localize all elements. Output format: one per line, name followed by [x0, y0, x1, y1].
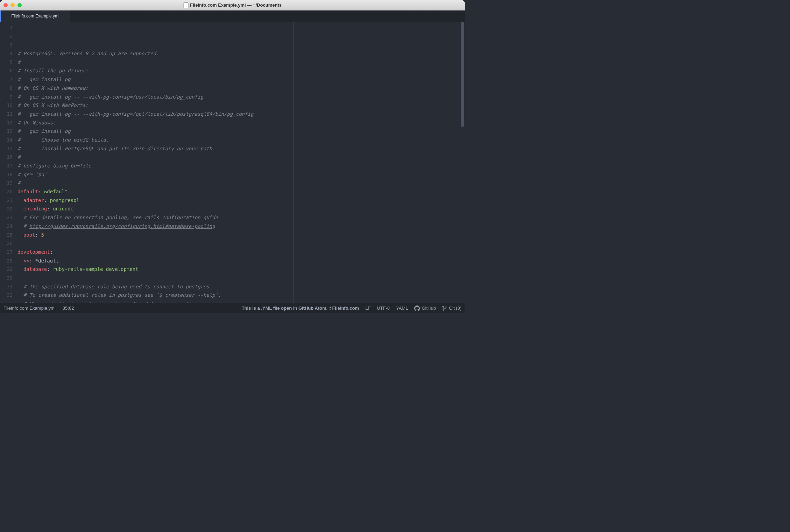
line-number: 16: [0, 153, 13, 161]
code-line[interactable]: # On OS X with MacPorts:: [15, 101, 465, 110]
line-number: 30: [0, 274, 13, 282]
status-encoding[interactable]: UTF-8: [377, 305, 390, 311]
code-line[interactable]: # gem install pg -- --with-pg-config=/op…: [15, 110, 465, 118]
line-number: 20: [0, 187, 13, 196]
line-number: 29: [0, 265, 13, 274]
code-line[interactable]: # Install the pg driver:: [15, 66, 465, 75]
window-title-text: FileInfo.com Example.yml — ~/Documents: [190, 2, 282, 8]
code-line[interactable]: # On Windows:: [15, 118, 465, 127]
window-controls: [3, 3, 22, 7]
code-line[interactable]: encoding: unicode: [15, 204, 465, 213]
code-line[interactable]: # Choose the win32 build.: [15, 136, 465, 144]
line-number: 10: [0, 101, 13, 110]
code-line[interactable]: # The specified database role being used…: [15, 282, 465, 291]
line-number: 27: [0, 248, 13, 257]
status-git-label: Git (0): [449, 305, 461, 311]
code-line[interactable]: default: &default: [15, 187, 465, 196]
line-number: 31: [0, 282, 13, 291]
code-line[interactable]: # For details on connection pooling, see…: [15, 213, 465, 222]
code-line[interactable]: #: [15, 153, 465, 161]
line-number: 7: [0, 75, 13, 84]
line-number: 25: [0, 231, 13, 239]
tab-bar-empty[interactable]: [70, 10, 465, 22]
code-line[interactable]: # Install PostgreSQL and put its /bin di…: [15, 144, 465, 153]
code-line[interactable]: development:: [15, 248, 465, 257]
line-number: 6: [0, 66, 13, 75]
scrollbar-track[interactable]: [461, 22, 464, 303]
code-line[interactable]: # Configure Using Gemfile: [15, 161, 465, 170]
line-gutter: 1234567891011121314151617181920212223242…: [0, 22, 15, 303]
code-line[interactable]: #: [15, 179, 465, 187]
status-message: This is a .YML file open in GitHub Atom.…: [242, 305, 359, 311]
code-line[interactable]: pool: 5: [15, 231, 465, 239]
tab-label: FileInfo.com Example.yml: [11, 14, 59, 19]
line-number: 9: [0, 93, 13, 101]
scrollbar-thumb[interactable]: [461, 22, 464, 127]
line-number: 22: [0, 204, 13, 213]
github-icon: [414, 305, 420, 311]
status-cursor-position[interactable]: 85:62: [63, 305, 74, 311]
minimize-window-button[interactable]: [10, 3, 15, 7]
code-line[interactable]: [15, 239, 465, 248]
code-line[interactable]: [15, 274, 465, 282]
code-line[interactable]: # gem install pg -- --with-pg-config=/us…: [15, 93, 465, 101]
tab-bar: FileInfo.com Example.yml: [0, 10, 465, 22]
svg-point-0: [443, 306, 444, 307]
line-number: 5: [0, 58, 13, 67]
code-line[interactable]: <<: *default: [15, 257, 465, 265]
editor[interactable]: 1234567891011121314151617181920212223242…: [0, 22, 465, 303]
line-number: 11: [0, 110, 13, 118]
line-number: 8: [0, 84, 13, 93]
file-icon: [183, 2, 188, 8]
code-line[interactable]: # gem install pg: [15, 127, 465, 136]
line-number: 26: [0, 239, 13, 248]
svg-point-1: [443, 309, 444, 310]
code-line[interactable]: # http://guides.rubyonrails.org/configur…: [15, 222, 465, 231]
code-line[interactable]: # PostgreSQL. Versions 8.2 and up are su…: [15, 49, 465, 58]
title-bar: FileInfo.com Example.yml — ~/Documents: [0, 0, 465, 10]
line-number: 13: [0, 127, 13, 136]
line-number: 17: [0, 161, 13, 170]
code-line[interactable]: # gem install pg: [15, 75, 465, 84]
line-number: 23: [0, 213, 13, 222]
status-github[interactable]: GitHub: [414, 305, 436, 311]
line-number: 21: [0, 196, 13, 205]
line-number: 2: [0, 32, 13, 41]
line-number: 28: [0, 257, 13, 265]
window-title: FileInfo.com Example.yml — ~/Documents: [183, 2, 282, 8]
svg-point-2: [445, 307, 446, 308]
status-grammar[interactable]: YAML: [396, 305, 408, 311]
code-line[interactable]: # On OS X with Homebrew:: [15, 84, 465, 93]
code-line[interactable]: # To create additional roles in postgres…: [15, 291, 465, 300]
line-number: 14: [0, 136, 13, 144]
line-number: 1: [0, 23, 13, 32]
line-number: 19: [0, 179, 13, 187]
close-window-button[interactable]: [3, 3, 8, 7]
code-line[interactable]: #: [15, 58, 465, 67]
line-number: 4: [0, 49, 13, 58]
wrap-guide: [293, 22, 294, 303]
code-line[interactable]: database: ruby-rails-sample_development: [15, 265, 465, 274]
status-bar: FileInfo.com Example.yml 85:62 This is a…: [0, 303, 465, 313]
git-branch-icon: [442, 306, 447, 311]
maximize-window-button[interactable]: [17, 3, 22, 7]
status-git[interactable]: Git (0): [442, 305, 461, 311]
code-line[interactable]: adapter: postgresql: [15, 196, 465, 205]
line-number: 12: [0, 118, 13, 127]
tab-active[interactable]: FileInfo.com Example.yml: [0, 10, 70, 22]
line-number: 15: [0, 144, 13, 153]
code-line[interactable]: # gem 'pg': [15, 170, 465, 179]
code-content[interactable]: # PostgreSQL. Versions 8.2 and up are su…: [15, 22, 465, 303]
status-github-label: GitHub: [422, 305, 436, 311]
line-number: 32: [0, 291, 13, 300]
line-number: 24: [0, 222, 13, 231]
status-line-ending[interactable]: LF: [365, 305, 371, 311]
line-number: 3: [0, 41, 13, 49]
line-number: 18: [0, 170, 13, 179]
status-file-path[interactable]: FileInfo.com Example.yml: [3, 305, 56, 311]
